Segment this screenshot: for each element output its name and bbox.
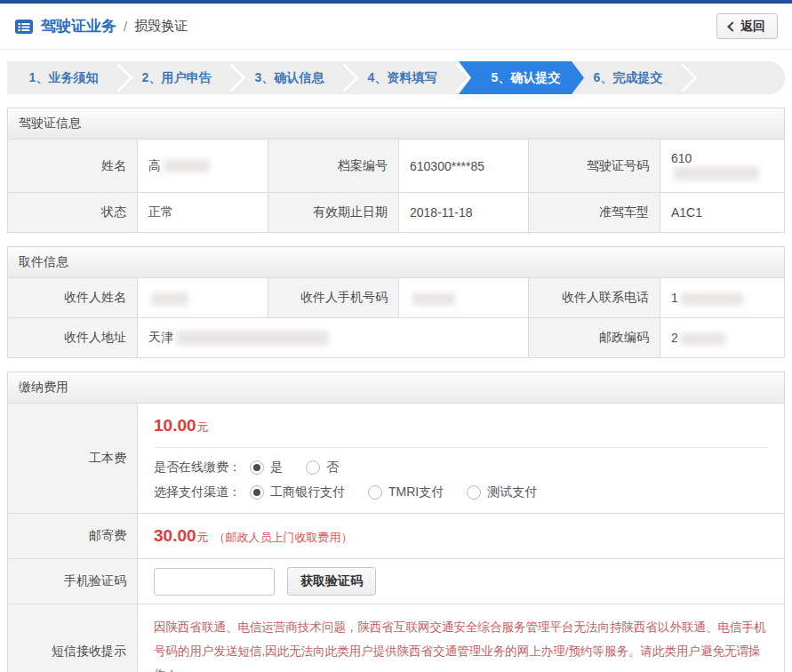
redacted-value	[674, 166, 759, 180]
redacted-value	[681, 332, 725, 346]
pay-channel-option-row: 选择支付渠道： 工商银行支付 TMRI支付 测试支付	[154, 484, 768, 500]
breadcrumb: 驾驶证业务 / 损毁换证	[14, 16, 188, 36]
radio-test-icon[interactable]	[467, 485, 481, 500]
redacted-value	[176, 331, 329, 346]
sms-notice-label: 短信接收提示	[8, 604, 138, 672]
radio-icbc-label: 工商银行支付	[270, 484, 345, 500]
online-pay-question: 是否在线缴费：	[154, 460, 241, 476]
status-label: 状态	[8, 193, 138, 233]
radio-no-label: 否	[326, 460, 339, 476]
name-value: 高	[138, 140, 268, 193]
expiry-date-value: 2018-11-18	[399, 193, 529, 233]
status-value: 正常	[138, 193, 268, 233]
page-title: 驾驶证业务	[41, 16, 116, 36]
breadcrumb-separator: /	[124, 19, 127, 34]
step-nav: 1、业务须知 2、用户申告 3、确认信息 4、资料填写 5、确认提交 6、完成提…	[7, 61, 785, 94]
recipient-mobile-value	[399, 278, 529, 318]
recipient-phone-value: 1	[660, 278, 785, 318]
pay-channel-question: 选择支付渠道：	[154, 484, 241, 500]
pickup-section-title: 取件信息	[7, 246, 785, 277]
expiry-date-label: 有效期止日期	[268, 193, 399, 233]
redacted-value	[681, 292, 743, 306]
postage-fee-label: 邮寄费	[8, 514, 138, 559]
redacted-value	[164, 159, 210, 172]
work-fee-cell: 10.00元 是否在线缴费： 是 否 选择支付渠道：	[138, 404, 785, 514]
vehicle-class-value: A1C1	[660, 193, 785, 233]
step-6-complete-submit: 6、完成提交	[572, 61, 684, 94]
step-1-business-notice: 1、业务须知	[7, 61, 120, 94]
name-label: 姓名	[8, 140, 138, 193]
channel-test-option[interactable]: 测试支付	[467, 484, 537, 500]
fees-section-title: 缴纳费用	[7, 372, 785, 403]
postage-fee-note: （邮政人员上门收取费用）	[214, 531, 353, 544]
recipient-address-value: 天津	[138, 318, 529, 358]
radio-test-label: 测试支付	[487, 484, 537, 500]
back-button[interactable]: 返回	[716, 13, 778, 39]
back-button-label: 返回	[740, 19, 765, 35]
pickup-info-table: 收件人姓名 收件人手机号码 收件人联系电话 1 收件人地址 天津 邮政编码 2	[7, 277, 785, 358]
postage-fee-cell: 30.00元（邮政人员上门收取费用）	[138, 514, 785, 559]
radio-icbc-icon[interactable]	[250, 485, 264, 500]
table-row: 短信接收提示 因陕西省联通、电信运营商技术问题，陕西省互联网交通安全综合服务管理…	[8, 604, 785, 672]
online-pay-option-row: 是否在线缴费： 是 否	[154, 460, 768, 476]
step-5-confirm-submit-active: 5、确认提交	[459, 61, 584, 94]
recipient-mobile-label: 收件人手机号码	[268, 278, 399, 318]
sms-notice-text: 因陕西省联通、电信运营商技术问题，陕西省互联网交通安全综合服务管理平台无法向持陕…	[154, 616, 768, 672]
table-row: 邮寄费 30.00元（邮政人员上门收取费用）	[8, 514, 785, 559]
radio-tmri-label: TMRI支付	[388, 484, 444, 500]
zip-code-label: 邮政编码	[529, 318, 660, 358]
license-section-title: 驾驶证信息	[7, 108, 785, 139]
redacted-value	[151, 292, 188, 306]
table-row: 状态 正常 有效期止日期 2018-11-18 准驾车型 A1C1	[8, 193, 785, 233]
table-row: 收件人地址 天津 邮政编码 2	[8, 318, 785, 358]
table-row: 姓名 高 档案编号 610300****85 驾驶证号码 610	[8, 140, 785, 193]
license-info-table: 姓名 高 档案编号 610300****85 驾驶证号码 610 状态 正常 有…	[7, 139, 785, 233]
sms-code-input[interactable]	[154, 568, 275, 596]
divider	[154, 447, 768, 448]
table-row: 工本费 10.00元 是否在线缴费： 是 否	[8, 404, 785, 514]
license-number-value: 610	[660, 140, 785, 193]
file-number-label: 档案编号	[268, 140, 399, 193]
table-row: 收件人姓名 收件人手机号码 收件人联系电话 1	[8, 278, 785, 318]
work-fee-amount: 10.00元	[154, 416, 768, 436]
online-pay-no-option[interactable]: 否	[306, 460, 339, 476]
back-chevron-icon	[727, 21, 737, 31]
get-sms-code-button[interactable]: 获取验证码	[287, 567, 376, 596]
radio-yes-icon[interactable]	[250, 460, 264, 475]
license-number-label: 驾驶证号码	[529, 140, 660, 193]
step-2-user-declaration: 2、用户申告	[120, 61, 233, 94]
fees-table: 工本费 10.00元 是否在线缴费： 是 否	[7, 403, 785, 672]
license-info-section: 驾驶证信息 姓名 高 档案编号 610300****85 驾驶证号码 610 状…	[7, 108, 785, 233]
step-3-confirm-info: 3、确认信息	[233, 61, 346, 94]
table-row: 手机验证码 获取验证码	[8, 559, 785, 604]
recipient-address-label: 收件人地址	[8, 318, 138, 358]
radio-no-icon[interactable]	[306, 460, 320, 475]
fees-section: 缴纳费用 工本费 10.00元 是否在线缴费： 是 否	[7, 372, 785, 672]
recipient-phone-label: 收件人联系电话	[529, 278, 660, 318]
pickup-info-section: 取件信息 收件人姓名 收件人手机号码 收件人联系电话 1 收件人地址 天津 邮政…	[7, 246, 785, 358]
recipient-name-label: 收件人姓名	[8, 278, 138, 318]
breadcrumb-current: 损毁换证	[134, 18, 188, 35]
zip-code-value: 2	[660, 318, 785, 358]
license-list-icon	[14, 19, 34, 35]
sms-code-label: 手机验证码	[8, 559, 138, 604]
step-bar-tail	[684, 61, 785, 94]
page-header: 驾驶证业务 / 损毁换证 返回	[0, 4, 792, 50]
sms-code-cell: 获取验证码	[138, 559, 785, 604]
sms-notice-cell: 因陕西省联通、电信运营商技术问题，陕西省互联网交通安全综合服务管理平台无法向持陕…	[138, 604, 785, 672]
file-number-value: 610300****85	[399, 140, 529, 193]
step-4-fill-materials: 4、资料填写	[346, 61, 459, 94]
work-fee-label: 工本费	[8, 404, 138, 514]
channel-icbc-option[interactable]: 工商银行支付	[250, 484, 345, 500]
radio-tmri-icon[interactable]	[368, 485, 382, 500]
recipient-name-value	[138, 278, 268, 318]
vehicle-class-label: 准驾车型	[529, 193, 660, 233]
radio-yes-label: 是	[270, 460, 283, 476]
channel-tmri-option[interactable]: TMRI支付	[368, 484, 444, 500]
online-pay-yes-option[interactable]: 是	[250, 460, 283, 476]
redacted-value	[412, 292, 455, 306]
